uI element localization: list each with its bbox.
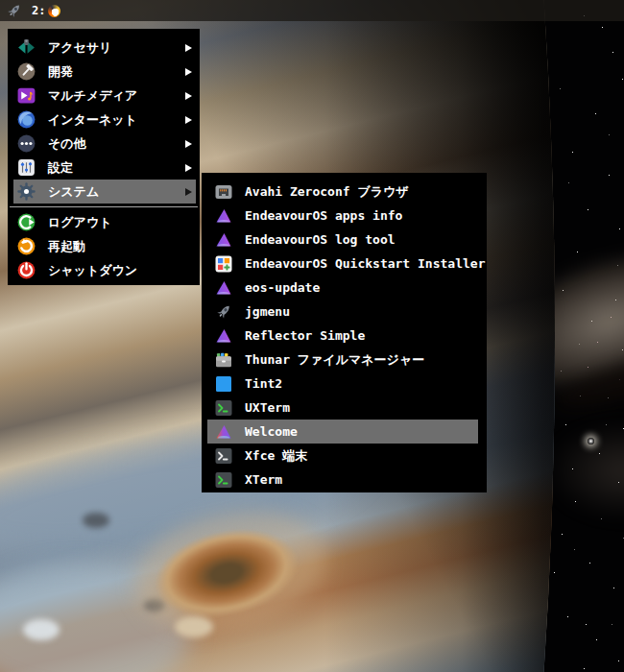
- submenu-item-avahi[interactable]: Avahi Zeroconf ブラウザ: [207, 180, 478, 204]
- submenu-item-reflector[interactable]: Reflector Simple: [207, 324, 478, 348]
- submenu-item-tint2[interactable]: Tint2: [207, 372, 478, 396]
- menu-item-label: アクセサリ: [48, 39, 185, 57]
- submenu-item-quickstart[interactable]: EndeavourOS Quickstart Installer: [207, 252, 478, 276]
- multimedia-icon: [16, 85, 36, 106]
- submenu-item-welcome[interactable]: Welcome: [207, 420, 478, 444]
- welcome-icon: [214, 422, 233, 442]
- menu-item-system[interactable]: システム: [13, 180, 196, 204]
- submenu-item-xfce-terminal[interactable]: Xfce 端末: [207, 444, 478, 468]
- menu-item-label: システム: [48, 183, 185, 201]
- submenu-item-label: Reflector Simple: [245, 328, 478, 343]
- terminal-green-icon: [214, 398, 233, 418]
- menu-item-label: シャットダウン: [48, 262, 196, 279]
- workspace-label: 2:: [32, 4, 45, 17]
- menu-item-label: ログアウト: [48, 214, 196, 231]
- submenu-item-label: XTerm: [245, 472, 478, 487]
- menu-item-accessories[interactable]: アクセサリ: [13, 36, 196, 60]
- submenu-item-label: jgmenu: [245, 304, 478, 319]
- menu-item-multimedia[interactable]: マルチメディア: [13, 84, 196, 108]
- submenu-item-uxterm[interactable]: UXTerm: [207, 396, 478, 420]
- endeavouros-icon: [214, 278, 233, 298]
- menu-item-label: その他: [48, 135, 185, 153]
- rocket-icon[interactable]: [5, 2, 23, 20]
- menu-item-internet[interactable]: インターネット: [13, 108, 196, 132]
- firefox-icon: [48, 5, 60, 17]
- menu-item-restart[interactable]: 再起動: [13, 234, 196, 258]
- development-icon: [16, 61, 36, 82]
- taskbar-window-button[interactable]: 2:: [32, 4, 60, 17]
- submenu-item-label: UXTerm: [245, 400, 478, 415]
- submenu-item-label: EndeavourOS Quickstart Installer: [245, 256, 485, 271]
- menu-item-label: 設定: [48, 159, 185, 177]
- quickstart-icon: [214, 254, 233, 274]
- logout-icon: [16, 212, 36, 232]
- endeavouros-icon: [214, 206, 233, 226]
- submenu-item-log-tool[interactable]: EndeavourOS log tool: [207, 228, 478, 252]
- rocket-icon: [214, 302, 233, 322]
- endeavouros-icon: [214, 326, 233, 346]
- submenu-item-label: Welcome: [245, 424, 478, 439]
- menu-item-label: 再起動: [48, 238, 196, 255]
- submenu-item-apps-info[interactable]: EndeavourOS apps info: [207, 204, 478, 228]
- menu-item-logout[interactable]: ログアウト: [13, 210, 196, 234]
- submenu-item-label: Avahi Zeroconf ブラウザ: [245, 183, 478, 201]
- submenu-arrow-icon: [185, 188, 192, 196]
- submenu-arrow-icon: [185, 140, 192, 148]
- endeavouros-icon: [214, 230, 233, 250]
- menu-item-settings[interactable]: 設定: [13, 156, 196, 180]
- menu-item-development[interactable]: 開発: [13, 60, 196, 84]
- submenu-item-thunar[interactable]: Thunar ファイルマネージャー: [207, 348, 478, 372]
- internet-icon: [16, 109, 36, 130]
- bright-star: [588, 438, 594, 444]
- submenu-item-xterm[interactable]: XTerm: [207, 468, 478, 492]
- app-menu: アクセサリ 開発 マルチメディア インターネット その他 設定 システム ログア…: [8, 29, 200, 285]
- menu-item-label: 開発: [48, 63, 185, 81]
- submenu-item-label: EndeavourOS apps info: [245, 208, 478, 223]
- settings-icon: [16, 157, 36, 178]
- submenu-item-eos-update[interactable]: eos-update: [207, 276, 478, 300]
- submenu-item-label: EndeavourOS log tool: [245, 232, 478, 247]
- menu-item-label: インターネット: [48, 111, 185, 129]
- submenu-item-label: Xfce 端末: [245, 447, 478, 465]
- menu-item-label: マルチメディア: [48, 87, 185, 105]
- accessories-icon: [16, 37, 36, 58]
- file-manager-icon: [214, 350, 233, 370]
- submenu-arrow-icon: [185, 44, 192, 52]
- submenu-arrow-icon: [185, 164, 192, 172]
- submenu-arrow-icon: [185, 92, 192, 100]
- system-gear-icon: [16, 181, 36, 202]
- submenu-item-jgmenu[interactable]: jgmenu: [207, 300, 478, 324]
- menu-separator: [10, 206, 198, 207]
- network-port-icon: [214, 182, 233, 202]
- submenu-arrow-icon: [185, 116, 192, 124]
- tint2-icon: [214, 374, 233, 394]
- other-icon: [16, 133, 36, 154]
- terminal-white-icon: [214, 446, 233, 466]
- taskbar: 2:: [0, 0, 624, 21]
- submenu-item-label: eos-update: [245, 280, 478, 295]
- menu-item-other[interactable]: その他: [13, 132, 196, 156]
- submenu-arrow-icon: [185, 68, 192, 76]
- menu-item-shutdown[interactable]: シャットダウン: [13, 258, 196, 282]
- system-submenu: Avahi Zeroconf ブラウザ EndeavourOS apps inf…: [202, 173, 487, 492]
- submenu-item-label: Thunar ファイルマネージャー: [245, 351, 478, 369]
- restart-icon: [16, 236, 36, 256]
- terminal-green-icon: [214, 470, 233, 490]
- submenu-item-label: Tint2: [245, 376, 478, 391]
- shutdown-icon: [16, 260, 36, 280]
